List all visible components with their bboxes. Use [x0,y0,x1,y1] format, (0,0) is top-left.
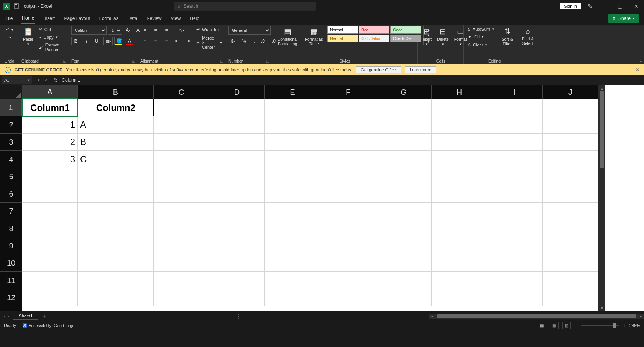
zoom-in-button[interactable]: + [623,323,625,328]
cell-I8[interactable] [487,220,543,237]
cell-J4[interactable] [543,151,598,168]
cell-A2[interactable]: 1 [22,116,78,134]
cell-H1[interactable] [432,99,487,116]
font-size-select[interactable]: 11 [108,26,122,35]
sheet-next-button[interactable]: › [8,314,9,319]
cell-J1[interactable] [543,99,598,116]
cell-G3[interactable] [376,134,432,151]
zoom-slider[interactable] [581,325,619,326]
cell-E10[interactable] [265,254,320,272]
cell-D1[interactable] [209,99,265,116]
cell-B4[interactable]: C [78,151,154,168]
cell-A9[interactable] [22,237,78,254]
cell-A5[interactable] [22,168,78,185]
sheet-prev-button[interactable]: ‹ [4,314,5,319]
cell-H2[interactable] [432,116,487,134]
cell-I7[interactable] [487,203,543,220]
cell-D4[interactable] [209,151,265,168]
scroll-left-icon[interactable]: ◂ [429,313,435,319]
align-right-button[interactable]: ≡ [162,37,171,45]
cell-C10[interactable] [154,254,209,272]
cell-G10[interactable] [376,254,432,272]
tab-formulas[interactable]: Formulas [99,13,119,23]
cell-J2[interactable] [543,116,598,134]
style-calculation[interactable]: Calculation [359,35,389,42]
tab-insert[interactable]: Insert [43,13,56,23]
share-button[interactable]: ⇪ Share ▾ [608,14,639,23]
cell-F8[interactable] [320,220,376,237]
column-header-H[interactable]: H [432,85,487,99]
cell-J10[interactable] [543,254,598,272]
cell-J7[interactable] [543,203,598,220]
cell-J9[interactable] [543,237,598,254]
cell-B10[interactable] [78,254,154,272]
cell-F2[interactable] [320,116,376,134]
cell-I10[interactable] [487,254,543,272]
cell-I11[interactable] [487,272,543,289]
align-center-button[interactable]: ≡ [151,37,160,45]
scroll-up-icon[interactable]: ▴ [598,85,605,91]
normal-view-button[interactable]: ▦ [538,322,546,329]
cell-A1[interactable]: Column1 [22,99,78,116]
cell-C7[interactable] [154,203,209,220]
formula-expand-button[interactable]: ⌄ [634,78,644,83]
cell-H12[interactable] [432,289,487,306]
fx-icon[interactable]: fx [51,78,59,83]
cancel-formula-icon[interactable]: ✕ [35,78,42,83]
row-header-9[interactable]: 9 [0,237,22,254]
cell-I3[interactable] [487,134,543,151]
align-bottom-button[interactable]: ≡ [162,26,171,35]
scroll-down-icon[interactable]: ▾ [598,305,605,311]
clear-button[interactable]: ◇Clear▾ [466,41,496,48]
column-header-J[interactable]: J [543,85,598,99]
cell-C2[interactable] [154,116,209,134]
cell-E5[interactable] [265,168,320,185]
row-header-8[interactable]: 8 [0,220,22,237]
borders-button[interactable]: ▦▾ [104,37,113,45]
cell-D3[interactable] [209,134,265,151]
wrap-text-button[interactable]: ↩Wrap Text [195,26,223,33]
format-painter-button[interactable]: 🖌Format Painter [37,42,66,53]
cell-F9[interactable] [320,237,376,254]
cell-A3[interactable]: 2 [22,134,78,151]
undo-button[interactable]: ↶▾ [4,26,15,33]
cell-H5[interactable] [432,168,487,185]
cell-J6[interactable] [543,185,598,203]
tab-file[interactable]: File [5,13,13,23]
cell-A4[interactable]: 3 [22,151,78,168]
style-good[interactable]: Good [390,26,421,34]
cell-C4[interactable] [154,151,209,168]
cells-area[interactable]: Column1Column21A2B3C [22,99,598,306]
merge-center-button[interactable]: ⇔Merge & Center▾ [195,35,223,50]
cell-C6[interactable] [154,185,209,203]
cell-G7[interactable] [376,203,432,220]
redo-button[interactable]: ↷ [6,34,13,41]
page-break-view-button[interactable]: ▥ [562,322,571,329]
cut-button[interactable]: ✂Cut [37,26,66,33]
cell-C9[interactable] [154,237,209,254]
cell-F4[interactable] [320,151,376,168]
column-header-E[interactable]: E [265,85,320,99]
warning-close-button[interactable]: ✕ [636,67,639,73]
cell-G9[interactable] [376,237,432,254]
column-header-B[interactable]: B [78,85,154,99]
cell-I4[interactable] [487,151,543,168]
cell-F3[interactable] [320,134,376,151]
decrease-indent-button[interactable]: ⇤ [172,37,182,45]
tab-help[interactable]: Help [189,13,200,23]
font-name-select[interactable]: Calibri [71,26,107,35]
align-left-button[interactable]: ≡ [140,37,150,45]
cell-I12[interactable] [487,289,543,306]
comma-button[interactable]: , [250,37,259,45]
vertical-scrollbar[interactable]: ▴ ▾ [598,85,605,311]
cell-J12[interactable] [543,289,598,306]
cell-D8[interactable] [209,220,265,237]
align-middle-button[interactable]: ≡ [151,26,160,35]
column-header-I[interactable]: I [487,85,543,99]
align-top-button[interactable]: ≡ [140,26,150,35]
style-normal[interactable]: Normal [327,26,358,34]
conditional-formatting-button[interactable]: ▤Conditional Formatting [274,26,301,47]
cell-E12[interactable] [265,289,320,306]
maximize-button[interactable]: ▢ [616,3,625,9]
delete-cells-button[interactable]: ⊟Delete▾ [435,26,450,47]
